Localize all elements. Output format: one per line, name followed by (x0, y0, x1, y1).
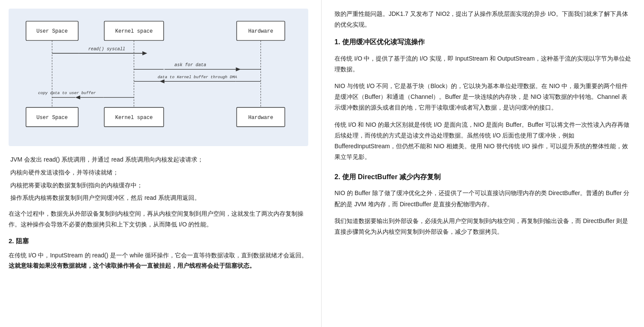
svg-text:Kernel space: Kernel space (115, 115, 153, 121)
svg-text:User Space: User Space (37, 28, 68, 34)
left-panel: User Space Kernel space Hardware read() … (0, 0, 322, 327)
right-panel: 致的严重性能问题。JDK1.7 又发布了 NIO2，提出了从操作系统层面实现的异… (322, 0, 644, 327)
io-step-2: 内核向硬件发送读指令，并等待读就绪； (9, 168, 308, 178)
right-section2-para1: NIO 的 Buffer 除了做了缓冲优化之外，还提供了一个可以直接访问物理内存… (334, 188, 631, 209)
left-para2a-bold: 这就意味着如果没有数据就绪，这个读取操作将会一直被挂起，用户线程将会处于阻塞状态… (9, 262, 255, 269)
svg-text:copy data to user buffer: copy data to user buffer (38, 91, 96, 95)
left-paragraph-1: 在这个过程中，数据先从外部设备复制到内核空间，再从内核空间复制到用户空间，这就发… (9, 208, 308, 229)
svg-marker-7 (142, 51, 147, 55)
right-heading-2: 2. 使用 DirectBuffer 减少内存复制 (334, 171, 631, 183)
svg-text:Kernel space: Kernel space (115, 28, 153, 34)
right-section1-para1: 在传统 I/O 中，提供了基于流的 I/O 实现，即 InputStream 和… (334, 53, 631, 75)
io-step-3: 内核把将要读取的数据复制到指向的内核缓存中； (9, 180, 308, 191)
left-heading-blocking: 2. 阻塞 (9, 235, 308, 247)
io-diagram: User Space Kernel space Hardware read() … (9, 9, 308, 146)
io-step-1: JVM 会发出 read() 系统调用，并通过 read 系统调用向内核发起读请… (9, 155, 308, 165)
left-paragraph-2a: 在传统 I/O 中，InputStream 的 read() 是一个 while… (9, 250, 308, 271)
right-section1-para2: NIO 与传统 I/O 不同，它是基于块（Block）的，它以块为基本单位处理数… (334, 81, 631, 113)
svg-text:data to Kernel buffer through : data to Kernel buffer through DMA (158, 75, 237, 79)
right-intro: 致的严重性能问题。JDK1.7 又发布了 NIO2，提出了从操作系统层面实现的异… (334, 9, 631, 30)
left-para2a-text: 在传统 I/O 中，InputStream 的 read() 是一个 while… (9, 252, 307, 259)
right-heading-1: 1. 使用缓冲区优化读写流操作 (334, 36, 631, 48)
svg-text:Hardware: Hardware (248, 28, 273, 34)
right-section1-para3: 传统 I/O 和 NIO 的最大区别就是传统 I/O 是面向流，NIO 是面向 … (334, 119, 631, 163)
right-section2-para2: 我们知道数据要输出到外部设备，必须先从用户空间复制到内核空间，再复制到输出设备，… (334, 216, 631, 237)
svg-marker-16 (75, 95, 80, 99)
svg-text:ask for data: ask for data (175, 62, 206, 67)
svg-text:read() syscall: read() syscall (88, 46, 125, 52)
svg-text:Hardware: Hardware (248, 115, 273, 121)
io-step-4: 操作系统内核将数据复制到用户空间缓冲区，然后 read 系统调用返回。 (9, 193, 308, 203)
io-steps-list: JVM 会发出 read() 系统调用，并通过 read 系统调用向内核发起读请… (9, 155, 308, 203)
svg-text:User Space: User Space (37, 115, 68, 121)
